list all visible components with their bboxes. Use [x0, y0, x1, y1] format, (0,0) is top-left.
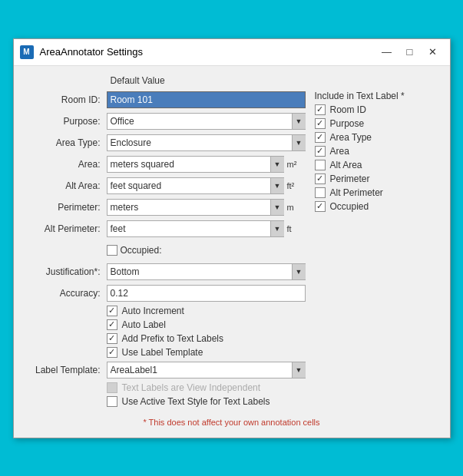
accuracy-label: Accuracy:: [26, 288, 107, 299]
auto-increment-checkbox[interactable]: [107, 306, 117, 316]
justification-row: Justification*: Bottom ▼: [26, 263, 306, 281]
close-button[interactable]: ✕: [422, 44, 444, 61]
label-template-select-wrapper: AreaLabel1 ▼: [107, 362, 306, 378]
alt-perimeter-row: Alt Perimeter: feet ▼ ft: [26, 220, 306, 238]
area-control: meters squared ▼ m²: [107, 156, 306, 173]
right-room-id-checkbox[interactable]: [315, 104, 326, 115]
use-active-style-row: Use Active Text Style for Text Labels: [26, 396, 306, 407]
text-labels-view-label: Text Labels are View Independent: [122, 382, 261, 393]
right-room-id-label: Room ID: [330, 104, 366, 115]
left-panel: Room ID: Purpose: Office ▼: [26, 91, 306, 410]
label-template-select[interactable]: AreaLabel1: [107, 362, 306, 378]
settings-content: Default Value Room ID: Purpose:: [14, 66, 450, 438]
right-occupied-label: Occupied: [330, 201, 369, 212]
justification-select[interactable]: Bottom: [107, 263, 306, 280]
right-alt-area-row: Alt Area: [315, 160, 438, 170]
alt-area-label: Alt Area:: [26, 180, 107, 191]
right-perimeter-label: Perimeter: [330, 174, 370, 184]
use-label-template-label: Use Label Template: [122, 347, 203, 358]
title-bar: M AreaAnnotator Settings — □ ✕: [14, 39, 450, 66]
right-alt-area-checkbox[interactable]: [315, 160, 326, 170]
area-type-select[interactable]: Enclosure: [107, 134, 306, 151]
room-id-input[interactable]: [107, 91, 306, 108]
right-area-type-label: Area Type: [330, 132, 372, 143]
right-perimeter-row: Perimeter: [315, 174, 438, 184]
purpose-row: Purpose: Office ▼: [26, 112, 306, 131]
alt-perimeter-unit: ft: [287, 224, 306, 233]
right-perimeter-checkbox[interactable]: [315, 174, 326, 184]
use-active-style-checkbox[interactable]: [107, 396, 117, 407]
add-prefix-row: Add Prefix to Text Labels: [26, 333, 306, 344]
room-id-control: [107, 91, 306, 108]
occupied-checkbox[interactable]: [107, 245, 117, 256]
area-type-select-wrapper: Enclosure ▼: [107, 134, 306, 151]
alt-perimeter-control: feet ▼ ft: [107, 220, 306, 237]
justification-label: Justification*:: [26, 266, 107, 277]
footer-note: * This does not affect your own annotati…: [26, 418, 438, 427]
area-select[interactable]: meters squared: [107, 156, 284, 173]
area-unit: m²: [287, 160, 306, 169]
right-occupied-checkbox[interactable]: [315, 201, 326, 212]
auto-increment-row: Auto Increment: [26, 306, 306, 316]
area-type-label: Area Type:: [26, 137, 107, 148]
main-window: M AreaAnnotator Settings — □ ✕ Default V…: [13, 38, 451, 438]
include-header: Include in Text Label *: [315, 91, 438, 101]
right-area-type-checkbox[interactable]: [315, 132, 326, 143]
perimeter-unit: m: [287, 203, 306, 212]
text-labels-view-checkbox[interactable]: [107, 382, 117, 393]
alt-area-control: feet squared ▼ ft²: [107, 177, 306, 194]
alt-area-select-wrapper: feet squared ▼: [107, 177, 284, 194]
perimeter-row: Perimeter: meters ▼ m: [26, 198, 306, 217]
perimeter-label: Perimeter:: [26, 202, 107, 213]
add-prefix-checkbox[interactable]: [107, 333, 117, 344]
add-prefix-label: Add Prefix to Text Labels: [122, 333, 224, 344]
occupied-control: Occupied:: [107, 245, 306, 256]
label-template-row: Label Template: AreaLabel1 ▼: [26, 361, 306, 379]
use-active-style-label: Use Active Text Style for Text Labels: [122, 396, 270, 407]
label-template-label: Label Template:: [26, 365, 107, 375]
right-panel: Include in Text Label * Room ID Purpose …: [315, 91, 438, 410]
area-type-row: Area Type: Enclosure ▼: [26, 134, 306, 152]
app-icon: M: [20, 45, 34, 59]
text-labels-view-row: Text Labels are View Independent: [26, 382, 306, 393]
purpose-select[interactable]: Office: [107, 113, 306, 130]
purpose-select-wrapper: Office ▼: [107, 113, 306, 130]
auto-label-row: Auto Label: [26, 319, 306, 330]
purpose-control: Office ▼: [107, 113, 306, 130]
alt-area-select[interactable]: feet squared: [107, 177, 284, 194]
section-headers: Default Value: [26, 75, 438, 86]
auto-label-checkbox[interactable]: [107, 319, 117, 330]
right-area-row: Area: [315, 146, 438, 157]
right-purpose-label: Purpose: [330, 118, 365, 129]
area-select-wrapper: meters squared ▼: [107, 156, 284, 173]
auto-increment-label: Auto Increment: [122, 306, 184, 316]
perimeter-select-wrapper: meters ▼: [107, 199, 284, 216]
maximize-button[interactable]: □: [399, 44, 421, 61]
right-area-label: Area: [330, 146, 349, 157]
justification-control: Bottom ▼: [107, 263, 306, 280]
accuracy-input[interactable]: [107, 285, 306, 302]
right-room-id-row: Room ID: [315, 104, 438, 115]
perimeter-control: meters ▼ m: [107, 199, 306, 216]
alt-perimeter-select[interactable]: feet: [107, 220, 284, 237]
room-id-row: Room ID:: [26, 91, 306, 109]
perimeter-select[interactable]: meters: [107, 199, 284, 216]
accuracy-row: Accuracy:: [26, 284, 306, 302]
occupied-row: Occupied:: [26, 241, 306, 259]
purpose-label: Purpose:: [26, 116, 107, 127]
right-occupied-row: Occupied: [315, 201, 438, 212]
right-alt-perimeter-checkbox[interactable]: [315, 187, 326, 198]
area-row: Area: meters squared ▼ m²: [26, 155, 306, 174]
accuracy-control: [107, 285, 306, 302]
area-type-control: Enclosure ▼: [107, 134, 306, 151]
use-label-template-checkbox[interactable]: [107, 347, 117, 358]
alt-area-unit: ft²: [287, 181, 306, 190]
right-area-checkbox[interactable]: [315, 146, 326, 157]
alt-perimeter-label: Alt Perimeter:: [26, 223, 107, 234]
main-layout: Room ID: Purpose: Office ▼: [26, 91, 438, 410]
occupied-label: Occupied:: [121, 245, 162, 256]
right-purpose-checkbox[interactable]: [315, 118, 326, 129]
right-purpose-row: Purpose: [315, 118, 438, 129]
right-alt-perimeter-label: Alt Perimeter: [330, 187, 383, 198]
minimize-button[interactable]: —: [376, 44, 398, 61]
